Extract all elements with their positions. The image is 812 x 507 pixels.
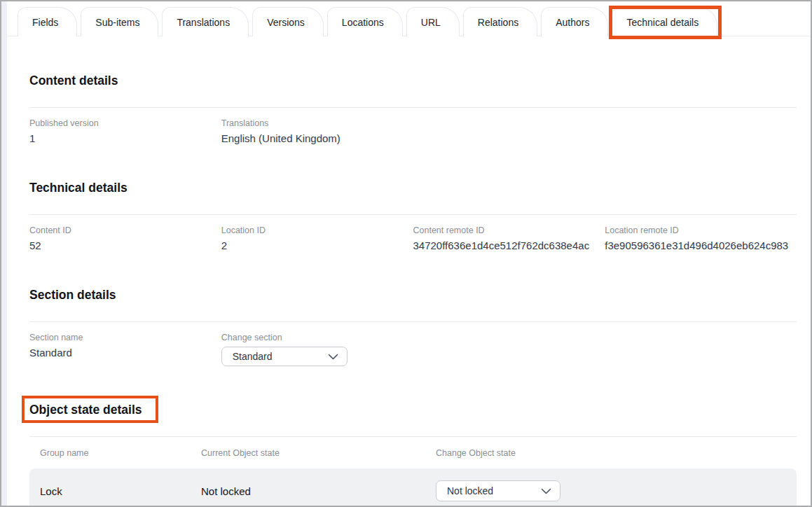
tab-label: Locations — [342, 17, 384, 28]
divider — [29, 436, 797, 437]
section-title-text: Object state details — [29, 403, 142, 417]
divider — [29, 214, 797, 215]
content-details-fields: Published version 1 Translations English… — [29, 118, 797, 144]
field-value: 34720ff636e1d4ce512f762dc638e4ac — [413, 239, 605, 251]
section-technical-details: Technical details Content ID 52 Location… — [29, 181, 797, 251]
dropdown-selected-value: Standard — [233, 351, 273, 362]
table-header-group-name: Group name — [40, 448, 201, 458]
empty-cell — [605, 333, 797, 366]
field-value: f3e90596361e31d496d4026eb624c983 — [605, 239, 797, 251]
table-header-change-object-state: Change Object state — [436, 448, 797, 458]
field-value: English (United Kingdom) — [221, 132, 413, 144]
tab-content: Content details Published version 1 Tran… — [7, 74, 811, 507]
dropdown-selected-value: Not locked — [447, 485, 493, 496]
tab-label: Relations — [478, 17, 518, 28]
table-row: Lock Not locked Not locked — [29, 468, 797, 507]
tab-label: Translations — [177, 17, 230, 28]
section-title-section-details: Section details — [29, 288, 116, 303]
chevron-down-icon — [328, 354, 338, 360]
field-change-section: Change section Standard — [221, 333, 413, 366]
field-label: Content remote ID — [413, 225, 605, 235]
field-label: Change section — [221, 333, 413, 342]
section-title-technical-details: Technical details — [29, 181, 128, 195]
tab-authors[interactable]: Authors — [541, 7, 608, 36]
object-state-table-header: Group name Current Object state Change O… — [29, 448, 797, 458]
field-content-remote-id: Content remote ID 34720ff636e1d4ce512f76… — [413, 225, 605, 251]
field-section-name: Section name Standard — [29, 333, 221, 366]
tab-technical-details[interactable]: Technical details — [612, 7, 717, 36]
technical-details-fields: Content ID 52 Location ID 2 Content remo… — [29, 225, 797, 251]
field-label: Location ID — [221, 225, 413, 235]
tab-translations[interactable]: Translations — [162, 7, 249, 36]
cell-current-object-state: Not locked — [201, 485, 436, 497]
tab-label: URL — [421, 17, 441, 28]
technical-details-page: Fields Sub-items Translations Versions L… — [0, 0, 812, 507]
field-value: 2 — [221, 239, 413, 251]
field-translations: Translations English (United Kingdom) — [221, 118, 413, 144]
field-value: 1 — [29, 132, 221, 144]
tab-fields[interactable]: Fields — [18, 7, 77, 36]
tab-label: Versions — [267, 17, 305, 28]
tab-bar: Fields Sub-items Translations Versions L… — [7, 1, 811, 36]
tab-locations[interactable]: Locations — [327, 7, 403, 36]
field-label: Section name — [29, 333, 221, 342]
section-title-object-state-details: Object state details — [29, 403, 142, 417]
divider — [29, 321, 797, 322]
tab-sub-items[interactable]: Sub-items — [81, 7, 158, 36]
divider — [29, 107, 797, 108]
section-title-content-details: Content details — [29, 74, 118, 88]
section-object-state-details: Object state details Group name Current … — [29, 403, 797, 507]
field-label: Content ID — [29, 225, 221, 235]
change-object-state-dropdown[interactable]: Not locked — [436, 480, 560, 501]
tab-label: Authors — [556, 17, 589, 28]
section-section-details: Section details Section name Standard Ch… — [29, 288, 797, 366]
chevron-down-icon — [541, 488, 551, 494]
tab-label: Sub-items — [95, 17, 139, 28]
table-header-current-object-state: Current Object state — [201, 448, 436, 458]
tab-label: Fields — [32, 17, 58, 28]
cell-group-name: Lock — [40, 485, 201, 497]
field-location-id: Location ID 2 — [221, 225, 413, 251]
main-panel: Fields Sub-items Translations Versions L… — [7, 1, 811, 506]
page-left-edge — [1, 1, 7, 506]
field-label: Published version — [29, 118, 221, 128]
field-value: Standard — [29, 347, 221, 359]
section-content-details: Content details Published version 1 Tran… — [29, 74, 797, 144]
field-published-version: Published version 1 — [29, 118, 221, 144]
tab-versions[interactable]: Versions — [252, 7, 324, 36]
tab-relations[interactable]: Relations — [463, 7, 537, 36]
field-location-remote-id: Location remote ID f3e90596361e31d496d40… — [605, 225, 797, 251]
cell-change-object-state: Not locked — [436, 480, 797, 501]
tab-url[interactable]: URL — [406, 7, 460, 36]
empty-cell — [413, 333, 605, 366]
field-value: 52 — [29, 239, 221, 251]
change-section-dropdown[interactable]: Standard — [221, 347, 347, 366]
empty-cell — [605, 118, 797, 144]
field-label: Location remote ID — [605, 225, 797, 235]
field-label: Translations — [221, 118, 413, 128]
tab-label: Technical details — [626, 17, 699, 28]
section-details-fields: Section name Standard Change section Sta… — [29, 333, 797, 366]
empty-cell — [413, 118, 605, 144]
field-content-id: Content ID 52 — [29, 225, 221, 251]
